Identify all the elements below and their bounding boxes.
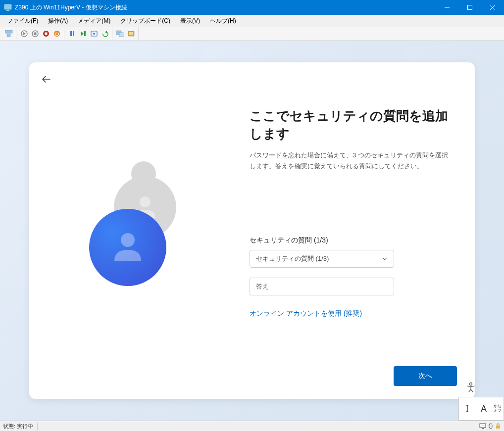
next-button[interactable]: 次へ (394, 366, 457, 386)
svg-rect-33 (496, 426, 500, 429)
ime-indicator[interactable]: I A かな オフ (458, 397, 504, 421)
svg-rect-1 (6, 10, 9, 11)
svg-rect-26 (129, 32, 133, 35)
window-title: Z390 上の Win11HyperV - 仮想マシン接続 (15, 3, 436, 12)
answer-input[interactable] (250, 278, 394, 295)
svg-point-27 (140, 196, 151, 207)
minimize-button[interactable] (436, 0, 458, 15)
menu-action[interactable]: 操作(A) (43, 15, 73, 27)
menu-media[interactable]: メディア(M) (73, 15, 115, 27)
svg-rect-24 (119, 33, 124, 37)
svg-rect-3 (468, 5, 472, 10)
svg-rect-17 (73, 31, 74, 36)
menubar: ファイル(F) 操作(A) メディア(M) クリップボード(C) 表示(V) ヘ… (0, 15, 504, 27)
enhanced-session-button[interactable] (115, 29, 125, 39)
share-button[interactable] (126, 29, 136, 39)
revert-button[interactable] (100, 29, 110, 39)
oobe-subtitle: パスワードを忘れた場合に備えて、3 つのセキュリティの質問を選択します。答えを確… (250, 150, 452, 172)
ime-cursor-icon: I (459, 404, 475, 414)
avatar-front-circle (89, 209, 166, 286)
svg-point-28 (121, 233, 135, 247)
accessibility-icon[interactable] (465, 382, 476, 395)
svg-rect-7 (9, 30, 12, 33)
pause-button[interactable] (67, 29, 77, 39)
menu-file[interactable]: ファイル(F) (2, 15, 43, 27)
oobe-background: ここでセキュリティの質問を追加します パスワードを忘れた場合に備えて、3 つのセ… (0, 41, 504, 421)
oobe-illustration (47, 77, 250, 384)
app-icon (4, 3, 12, 11)
svg-rect-8 (7, 34, 10, 37)
svg-rect-14 (45, 32, 48, 35)
status-text: 状態: 実行中 (3, 423, 38, 430)
toolbar (0, 27, 504, 41)
checkpoint-button[interactable] (89, 29, 99, 39)
svg-rect-32 (489, 424, 492, 429)
shutdown-button[interactable] (41, 29, 51, 39)
security-question-label: セキュリティの質問 (1/3) (250, 236, 452, 245)
svg-rect-31 (482, 428, 484, 429)
chevron-down-icon (382, 256, 388, 262)
menu-help[interactable]: ヘルプ(H) (205, 15, 241, 27)
status-icons (479, 423, 501, 429)
back-button[interactable] (40, 73, 54, 87)
svg-marker-22 (105, 31, 107, 33)
select-placeholder: セキュリティの質問 (1/3) (256, 254, 329, 263)
titlebar: Z390 上の Win11HyperV - 仮想マシン接続 (0, 0, 504, 15)
svg-marker-10 (23, 32, 26, 35)
oobe-card: ここでセキュリティの質問を追加します パスワードを忘れた場合に備えて、3 つのセ… (29, 62, 475, 399)
start-button[interactable] (19, 29, 29, 39)
close-button[interactable] (481, 0, 504, 15)
svg-point-29 (470, 383, 472, 385)
oobe-title: ここでセキュリティの質問を追加します (250, 107, 452, 143)
svg-rect-12 (34, 32, 37, 35)
ctrl-alt-del-button[interactable] (4, 29, 14, 39)
menu-view[interactable]: 表示(V) (175, 15, 205, 27)
stop-button[interactable] (30, 29, 40, 39)
svg-point-21 (93, 33, 95, 35)
svg-marker-18 (81, 31, 84, 36)
reset-button[interactable] (78, 29, 88, 39)
svg-rect-6 (5, 30, 8, 33)
online-account-link[interactable]: オンライン アカウントを使用 (推奨) (250, 309, 452, 318)
svg-rect-30 (480, 424, 486, 428)
speaker-icon (488, 423, 494, 429)
lock-icon (495, 423, 501, 429)
svg-rect-0 (4, 4, 11, 9)
svg-rect-16 (70, 31, 72, 36)
ime-mode: A (475, 404, 492, 414)
window-controls (436, 0, 504, 15)
oobe-form: ここでセキュリティの質問を追加します パスワードを忘れた場合に備えて、3 つのセ… (250, 77, 457, 384)
power-button[interactable] (52, 29, 62, 39)
maximize-button[interactable] (458, 0, 481, 15)
security-question-select[interactable]: セキュリティの質問 (1/3) (250, 250, 394, 268)
ime-off: オフ (492, 409, 504, 413)
menu-clipboard[interactable]: クリップボード(C) (115, 15, 175, 27)
statusbar: 状態: 実行中 (0, 421, 504, 431)
svg-rect-19 (84, 31, 86, 36)
monitor-icon (479, 423, 486, 429)
